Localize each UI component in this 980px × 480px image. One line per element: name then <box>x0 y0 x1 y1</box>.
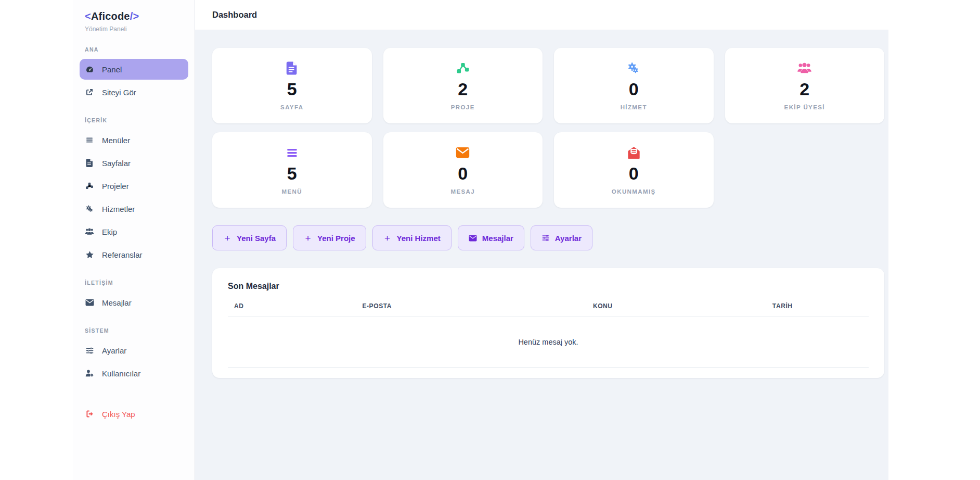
envelope-icon <box>469 234 477 242</box>
top-header: Dashboard <box>195 0 888 30</box>
section-label-sistem: SİSTEM <box>85 327 183 334</box>
sidebar-item-label: Ekip <box>102 228 117 236</box>
ayarlar-button[interactable]: Ayarlar <box>531 225 592 250</box>
sidebar-item-sayfalar[interactable]: Sayfalar <box>80 153 188 173</box>
button-label: Yeni Proje <box>317 234 355 243</box>
sidebar: <Aficode/> Yönetim Paneli ANA Panel Site… <box>73 0 195 480</box>
plus-icon: + <box>223 234 231 242</box>
quick-actions: + Yeni Sayfa + Yeni Proje + Yeni Hizmet <box>212 225 884 250</box>
button-label: Ayarlar <box>555 234 582 243</box>
app-container: <Aficode/> Yönetim Paneli ANA Panel Site… <box>73 0 888 480</box>
content: 5 SAYFA 2 PROJE 0 <box>195 30 888 378</box>
plus-icon: + <box>304 234 312 242</box>
stat-card-sayfa: 5 SAYFA <box>212 48 372 123</box>
gears-icon <box>627 61 641 75</box>
mesajlar-button[interactable]: Mesajlar <box>458 225 524 250</box>
sidebar-item-label: Ayarlar <box>102 346 126 355</box>
sidebar-item-label: Hizmetler <box>102 205 135 213</box>
sidebar-item-referanslar[interactable]: Referanslar <box>80 244 188 265</box>
recent-messages-card: Son Mesajlar AD E-POSTA KONU TARİH <box>212 268 884 378</box>
stat-card-hizmet: 0 HİZMET <box>554 48 714 123</box>
yeni-hizmet-button[interactable]: + Yeni Hizmet <box>372 225 452 250</box>
gauge-icon <box>85 65 94 74</box>
sidebar-item-label: Siteyi Gör <box>102 88 136 97</box>
section-label-ana: ANA <box>85 46 183 53</box>
brand[interactable]: <Aficode/> Yönetim Paneli <box>73 9 195 33</box>
stat-value: 5 <box>287 165 297 182</box>
envelope-icon <box>456 145 470 160</box>
column-header-tarih: TARİH <box>766 302 869 317</box>
sidebar-item-label: Mesajlar <box>102 298 132 307</box>
stat-card-ekip-uyesi: 2 EKİP ÜYESİ <box>725 48 885 123</box>
sidebar-item-label: Referanslar <box>102 250 143 259</box>
stat-card-mesaj: 0 MESAJ <box>383 132 543 208</box>
stat-label: SAYFA <box>280 104 303 110</box>
logo-open-tag: < <box>85 10 91 22</box>
sidebar-item-hizmetler[interactable]: Hizmetler <box>80 198 188 219</box>
menu-bars-icon <box>286 145 299 160</box>
stat-value: 0 <box>458 165 468 182</box>
star-icon <box>85 250 94 259</box>
stat-value: 2 <box>458 80 468 98</box>
page: <Aficode/> Yönetim Paneli ANA Panel Site… <box>0 0 980 480</box>
users-icon <box>797 61 812 75</box>
brand-subtitle: Yönetim Paneli <box>85 26 183 33</box>
sidebar-item-label: Sayfalar <box>102 159 131 168</box>
sidebar-item-kullanicilar[interactable]: Kullanıcılar <box>80 363 188 384</box>
stat-card-okunmamis: 0 OKUNMAMIŞ <box>554 132 714 208</box>
stat-card-proje: 2 PROJE <box>383 48 543 123</box>
sidebar-item-cikis-yap[interactable]: Çıkış Yap <box>80 403 188 424</box>
recent-messages-title: Son Mesajlar <box>228 282 869 291</box>
file-icon <box>286 61 298 75</box>
column-header-ad: AD <box>228 302 356 317</box>
logo-close-tag: /> <box>130 10 139 22</box>
sidebar-item-label: Kullanıcılar <box>102 369 140 378</box>
column-header-konu: KONU <box>587 302 766 317</box>
sidebar-item-siteyi-gor[interactable]: Siteyi Gör <box>80 82 188 103</box>
sidebar-item-label: Menüler <box>102 136 130 145</box>
page-title: Dashboard <box>212 10 257 20</box>
stats-grid: 5 SAYFA 2 PROJE 0 <box>212 48 884 208</box>
stat-label: EKİP ÜYESİ <box>784 104 825 110</box>
project-nodes-icon <box>85 181 94 191</box>
sidebar-item-menuler[interactable]: Menüler <box>80 130 188 150</box>
sidebar-item-mesajlar[interactable]: Mesajlar <box>80 292 188 313</box>
stat-label: OKUNMAMIŞ <box>612 188 656 195</box>
button-label: Mesajlar <box>482 234 513 243</box>
section-label-iletisim: İLETİŞİM <box>85 280 183 286</box>
project-nodes-icon <box>456 61 470 75</box>
stat-label: HİZMET <box>621 104 647 110</box>
sliders-icon <box>85 346 94 355</box>
sidebar-item-projeler[interactable]: Projeler <box>80 175 188 196</box>
users-icon <box>85 227 94 236</box>
stat-value: 2 <box>800 80 809 98</box>
external-link-icon <box>85 87 94 97</box>
stat-label: MENÜ <box>282 188 302 195</box>
envelope-icon <box>85 298 94 307</box>
stat-value: 5 <box>287 80 297 98</box>
stat-card-menu: 5 MENÜ <box>212 132 372 208</box>
stat-label: MESAJ <box>450 188 475 195</box>
sidebar-item-ekip[interactable]: Ekip <box>80 221 188 242</box>
section-label-icerik: İÇERİK <box>85 117 183 123</box>
sidebar-item-ayarlar[interactable]: Ayarlar <box>80 340 188 361</box>
user-gear-icon <box>85 369 94 378</box>
menu-bars-icon <box>85 135 94 145</box>
sidebar-item-label: Çıkış Yap <box>102 410 135 419</box>
file-icon <box>85 158 94 168</box>
main-area: Dashboard 5 SAYFA <box>195 0 888 480</box>
column-header-eposta: E-POSTA <box>356 302 587 317</box>
brand-logo[interactable]: <Aficode/> <box>85 10 183 22</box>
stat-value: 0 <box>629 80 639 98</box>
gears-icon <box>85 204 94 213</box>
yeni-sayfa-button[interactable]: + Yeni Sayfa <box>212 225 287 250</box>
plus-icon: + <box>383 234 392 242</box>
sidebar-item-label: Panel <box>102 65 122 74</box>
messages-table: AD E-POSTA KONU TARİH Henüz mesaj yok. <box>228 302 869 368</box>
sidebar-item-label: Projeler <box>102 182 129 191</box>
sign-out-icon <box>85 409 94 419</box>
stat-label: PROJE <box>451 104 475 110</box>
sidebar-item-panel[interactable]: Panel <box>80 59 188 80</box>
logo-name: Aficode <box>91 10 130 22</box>
yeni-proje-button[interactable]: + Yeni Proje <box>293 225 366 250</box>
